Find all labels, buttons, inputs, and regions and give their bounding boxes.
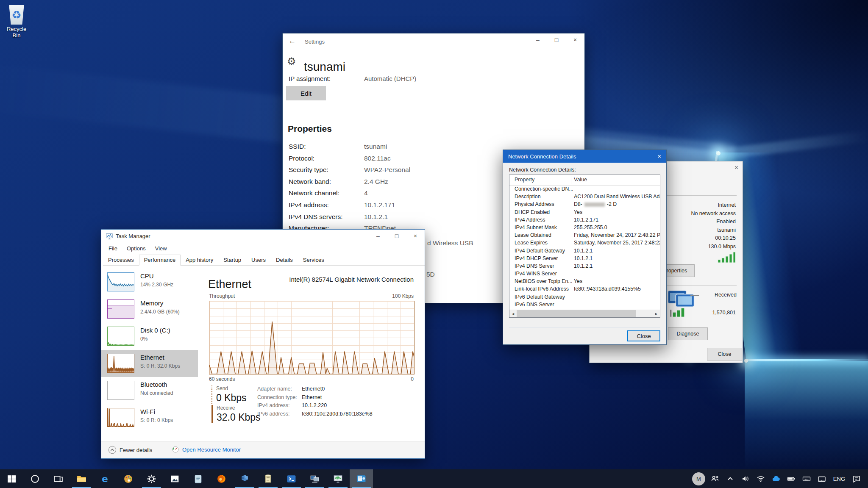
close-icon[interactable]: × xyxy=(657,152,661,160)
sidebar-mini-chart xyxy=(107,408,134,427)
maximize-button[interactable]: □ xyxy=(547,33,566,46)
scroll-right-arrow[interactable]: ► xyxy=(653,310,660,317)
task-manager-window: Task Manager – □ × File Options View Pro… xyxy=(101,229,425,459)
taskbar-script-icon[interactable] xyxy=(256,469,280,488)
maximize-button[interactable]: □ xyxy=(387,230,406,242)
open-resource-monitor-link[interactable]: Open Resource Monitor xyxy=(172,446,241,453)
desktop: ♻ Recycle Bin ← Settings – □ × ⚙ tsunami… xyxy=(0,0,868,488)
edit-button[interactable]: Edit xyxy=(286,86,326,100)
horizontal-scrollbar[interactable]: ◄ ► xyxy=(509,310,660,317)
ncd-close-button[interactable]: Close xyxy=(627,330,660,341)
dialog-titlebar: Network Connection Details × xyxy=(503,150,666,163)
column-value[interactable]: Value xyxy=(574,177,587,183)
ncd-table-row[interactable]: IPv4 DNS Server10.1.2.1 xyxy=(509,263,660,270)
touchpad-icon[interactable] xyxy=(816,473,827,484)
ncd-table-row[interactable]: Lease ExpiresSaturday, November 25, 2017… xyxy=(509,239,660,247)
send-value: 0 Kbps xyxy=(216,392,247,404)
menu-file[interactable]: File xyxy=(104,244,122,253)
scrollbar-thumb[interactable] xyxy=(517,310,636,317)
taskbar-paint-icon[interactable] xyxy=(117,469,140,488)
recycle-bin-shortcut[interactable]: ♻ Recycle Bin xyxy=(3,5,31,39)
tab-startup[interactable]: Startup xyxy=(218,255,246,266)
ncd-table-row[interactable]: IPv4 DHCP Server10.1.2.1 xyxy=(509,255,660,263)
volume-icon[interactable] xyxy=(740,473,751,484)
ncd-table-row[interactable]: Lease ObtainedFriday, November 24, 2017 … xyxy=(509,232,660,239)
chevron-up-icon[interactable] xyxy=(725,473,736,484)
column-property[interactable]: Property xyxy=(515,177,534,183)
language-indicator[interactable]: ENG xyxy=(832,476,847,482)
diagnose-button[interactable]: Diagnose xyxy=(668,327,708,340)
taskbar-remote-desktop-icon[interactable] xyxy=(303,469,326,488)
ncd-table-row[interactable]: Link-local IPv6 Addressfe80::943:f18a:d0… xyxy=(509,286,660,293)
ncd-table-row[interactable]: IPv4 Default Gateway10.1.2.1 xyxy=(509,247,660,255)
tab-processes[interactable]: Processes xyxy=(103,255,139,266)
taskbar-task-view-icon[interactable] xyxy=(47,469,70,488)
adapter-details: Adapter name:Ethernet0Connection type:Et… xyxy=(257,386,297,419)
minimize-button[interactable]: – xyxy=(369,230,387,242)
sidebar-mini-chart xyxy=(107,299,134,319)
sidebar-mini-chart xyxy=(107,381,134,400)
taskbar-edge-icon[interactable]: e xyxy=(93,469,117,488)
minimize-button[interactable]: – xyxy=(529,33,547,46)
ncd-table-row[interactable]: Connection-specific DN... xyxy=(509,186,660,193)
ncd-table-row[interactable]: Physical AddressD8--2 D xyxy=(509,201,660,208)
taskbar-settings-icon[interactable] xyxy=(140,469,163,488)
sidebar-item-cpu[interactable]: CPU14% 2.30 GHz xyxy=(101,269,198,296)
ncd-table-row[interactable]: IPv6 DNS Server xyxy=(509,301,660,309)
action-center-icon[interactable] xyxy=(851,473,862,484)
taskbar-firefox-icon[interactable] xyxy=(210,469,233,488)
battery-icon[interactable] xyxy=(786,473,797,484)
taskbar-network-status-icon[interactable] xyxy=(350,469,373,488)
user-avatar[interactable]: M xyxy=(692,472,705,485)
fewer-details-button[interactable]: Fewer details xyxy=(108,446,152,454)
sidebar-item-disk-0-c-[interactable]: Disk 0 (C:)0% xyxy=(101,323,198,350)
people-icon[interactable] xyxy=(709,473,721,484)
taskbar-photos-icon[interactable] xyxy=(163,469,186,488)
x-axis-left-label: 60 seconds xyxy=(209,376,235,382)
ncd-property: IPv4 Subnet Mask xyxy=(515,225,557,230)
occluded-mac-fragment: 5D xyxy=(426,271,435,278)
close-icon[interactable]: × xyxy=(734,164,738,172)
taskbar-notepad-icon[interactable] xyxy=(186,469,210,488)
onedrive-cloud-icon[interactable] xyxy=(771,473,782,484)
tab-details[interactable]: Details xyxy=(271,255,298,266)
list-label: Network Connection Details: xyxy=(509,167,576,173)
sidebar-item-status: S: 0 R: 32.0 Kbps xyxy=(140,363,180,369)
close-button[interactable]: × xyxy=(406,230,425,242)
taskbar-file-explorer-icon[interactable] xyxy=(70,469,93,488)
ncd-table-row[interactable]: IPv4 Address10.1.2.171 xyxy=(509,216,660,224)
ncd-table-row[interactable]: IPv4 Subnet Mask255.255.255.0 xyxy=(509,224,660,232)
sidebar-item-bluetooth[interactable]: BluetoothNot connected xyxy=(101,377,198,404)
menu-view[interactable]: View xyxy=(150,244,172,253)
ncd-table-row[interactable]: DHCP EnabledYes xyxy=(509,209,660,216)
taskbar-start-icon[interactable] xyxy=(0,469,23,488)
scroll-left-arrow[interactable]: ◄ xyxy=(509,310,517,317)
taskbar-performance-monitor-icon[interactable] xyxy=(326,469,350,488)
settings-property-row: Protocol:802.11ac xyxy=(289,155,526,166)
ncd-table-row[interactable]: IPv6 Default Gateway xyxy=(509,294,660,301)
ncd-property: Physical Address xyxy=(515,201,554,207)
tab-users[interactable]: Users xyxy=(246,255,271,266)
back-arrow-icon[interactable]: ← xyxy=(289,37,296,45)
wallpaper-window-pane-bottom xyxy=(745,361,868,469)
tab-services[interactable]: Services xyxy=(298,255,329,266)
taskbar-powershell-icon[interactable] xyxy=(280,469,303,488)
tab-app-history[interactable]: App history xyxy=(181,255,218,266)
ncd-table-row[interactable]: NetBIOS over Tcpip En...Yes xyxy=(509,278,660,286)
ncd-table-row[interactable]: IPv4 WINS Server xyxy=(509,270,660,278)
sidebar-item-wi-fi[interactable]: Wi-FiS: 0 R: 0 Kbps xyxy=(101,404,198,431)
occluded-description-fragment: d Wireless USB xyxy=(427,239,473,247)
ncd-table-row[interactable]: DescriptionAC1200 Dual Band Wireless USB… xyxy=(509,193,660,201)
menu-options[interactable]: Options xyxy=(122,244,150,253)
taskbar-cortana-icon[interactable] xyxy=(23,469,47,488)
wifi-icon[interactable] xyxy=(755,473,766,484)
ncd-property: IPv6 Default Gateway xyxy=(515,294,565,300)
sidebar-item-memory[interactable]: Memory2.4/4.0 GB (60%) xyxy=(101,296,198,323)
wifi-close-button[interactable]: Close xyxy=(707,348,742,360)
tab-performance[interactable]: Performance xyxy=(139,255,181,266)
gear-icon: ⚙ xyxy=(287,55,296,67)
close-button[interactable]: × xyxy=(566,33,584,46)
touch-keyboard-icon[interactable] xyxy=(801,473,812,484)
taskbar-cube-app-icon[interactable] xyxy=(233,469,256,488)
sidebar-item-ethernet[interactable]: EthernetS: 0 R: 32.0 Kbps xyxy=(101,350,198,377)
